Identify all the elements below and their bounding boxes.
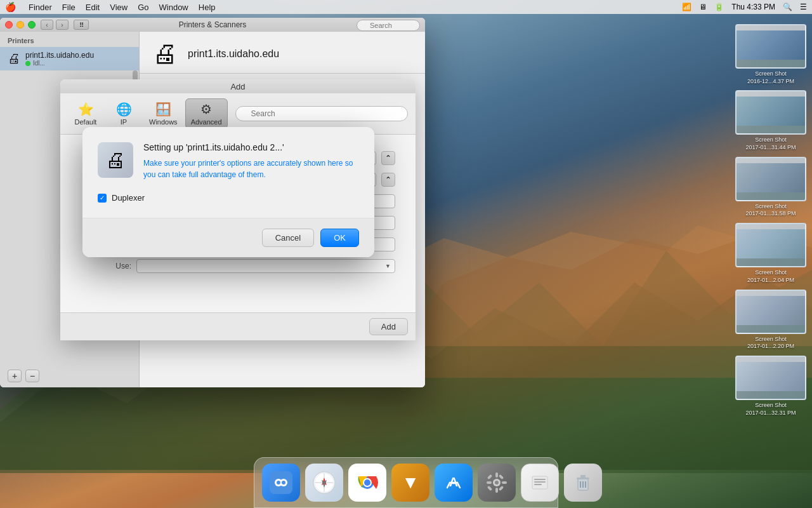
dock-chrome[interactable] [348, 464, 386, 502]
tab-advanced[interactable]: ⚙ Advanced [185, 98, 228, 129]
use-label: Use: [81, 262, 131, 271]
dock-app-store[interactable]: A [435, 464, 473, 502]
screenshot-label-2: Screen Shot2017-01...31.44 PM [745, 137, 796, 151]
screenshot-label-4: Screen Shot2017-01...2.04 PM [747, 269, 794, 284]
spotlight-icon[interactable]: 🔍 [783, 3, 792, 11]
status-dot-green [25, 61, 30, 66]
screenshot-item-3[interactable]: Screen Shot2017-01...31.58 PM [735, 157, 807, 218]
screenshot-label-5: Screen Shot2017-01...2.20 PM [747, 336, 794, 351]
svg-rect-26 [502, 481, 507, 484]
svg-rect-33 [534, 481, 546, 483]
svg-point-18 [364, 479, 370, 486]
add-printer-confirm-button[interactable]: Add [369, 318, 408, 335]
dock-file-manager[interactable] [521, 464, 559, 502]
duplexer-checkbox[interactable] [98, 194, 107, 203]
svg-rect-29 [487, 486, 492, 491]
clock: Thu 4:33 PM [731, 3, 775, 11]
printer-item[interactable]: 🖨 print1.its.uidaho.edu Idl... [0, 47, 139, 70]
add-search-input[interactable] [235, 106, 408, 121]
help-menu[interactable]: Help [199, 3, 216, 12]
dock-trash[interactable] [564, 464, 602, 502]
setup-dialog: 🖨 Setting up 'print1.its.uidaho.edu 2...… [82, 127, 374, 257]
tab-default-label: Default [75, 118, 97, 126]
remove-printer-button[interactable]: − [25, 370, 39, 382]
dock: ▼ A [254, 457, 558, 508]
advanced-icon: ⚙ [200, 102, 212, 117]
setup-desc-link[interactable]: here [327, 159, 343, 168]
display-icon: 🖥 [699, 3, 707, 11]
screenshot-item-1[interactable]: Screen Shot2016-12...4.37 PM [735, 24, 807, 85]
svg-rect-36 [577, 478, 589, 479]
setup-header: 🖨 Setting up 'print1.its.uidaho.edu 2...… [98, 142, 359, 180]
maximize-button[interactable] [28, 21, 36, 29]
setup-text: Setting up 'print1.its.uidaho.edu 2...' … [143, 142, 359, 180]
svg-rect-23 [495, 472, 498, 478]
printers-titlebar: ‹ › ⠿ Printers & Scanners [0, 18, 425, 32]
cancel-button[interactable]: Cancel [262, 229, 314, 247]
screenshot-label-3: Screen Shot2017-01...31.58 PM [745, 203, 796, 218]
svg-rect-24 [495, 488, 498, 493]
menubar-left: 🍎 Finder File Edit View Go Window Help [5, 2, 216, 12]
dock-system-prefs[interactable] [478, 464, 516, 502]
device-scroller[interactable]: ⌃ [381, 173, 395, 187]
battery-indicator: 🔋 [714, 3, 724, 11]
tab-default[interactable]: ⭐ Default [68, 99, 103, 128]
type-scroller[interactable]: ⌃ [381, 151, 395, 165]
setup-options: Duplexer [98, 190, 359, 205]
use-dropdown[interactable]: ▼ [136, 259, 395, 273]
setup-dialog-description: Make sure your printer's options are acc… [143, 157, 359, 180]
finder-menu[interactable]: Finder [29, 3, 52, 12]
file-menu[interactable]: File [62, 3, 75, 12]
printer-icon: 🖨 [8, 51, 20, 66]
svg-rect-30 [499, 474, 504, 479]
minimize-button[interactable] [16, 21, 24, 29]
window-menu[interactable]: Window [159, 3, 188, 12]
add-printer-button[interactable]: + [8, 370, 22, 382]
apple-menu[interactable]: 🍎 [5, 2, 16, 12]
printer-status: Idl... [25, 60, 131, 67]
screenshot-thumb-1 [735, 24, 806, 69]
add-search-container [235, 106, 408, 121]
setup-printer-icon: 🖨 [98, 142, 133, 178]
titlebar-nav: ‹ › ⠿ [41, 20, 89, 30]
tab-advanced-label: Advanced [191, 118, 222, 126]
close-button[interactable] [5, 21, 13, 29]
tab-windows[interactable]: 🪟 Windows [144, 99, 183, 128]
svg-rect-37 [580, 475, 586, 478]
go-menu[interactable]: Go [138, 3, 148, 12]
screenshots-column: Screen Shot2016-12...4.37 PM Screen Shot… [730, 19, 812, 422]
back-button[interactable]: ‹ [41, 20, 53, 30]
grid-button[interactable]: ⠿ [74, 20, 89, 30]
forward-button[interactable]: › [56, 20, 69, 30]
dock-safari[interactable] [305, 464, 343, 502]
screenshot-item-6[interactable]: Screen Shot2017-01...32.31 PM [735, 356, 807, 417]
screenshot-item-5[interactable]: Screen Shot2017-01...2.20 PM [735, 290, 807, 351]
screenshot-label-6: Screen Shot2017-01...32.31 PM [745, 402, 796, 417]
default-icon: ⭐ [78, 102, 94, 117]
glyphish-icon: ▼ [402, 472, 419, 493]
printer-icon-large: 🖨 [152, 39, 178, 68]
tab-ip[interactable]: 🌐 IP [106, 99, 141, 128]
screenshot-item-2[interactable]: Screen Shot2017-01...31.44 PM [735, 90, 807, 151]
tab-windows-label: Windows [149, 118, 178, 126]
dock-glyphish[interactable]: ▼ [391, 464, 429, 502]
notification-icon[interactable]: ☰ [800, 3, 807, 11]
printer-name-display: print1.its.uidaho.edu [188, 48, 279, 60]
svg-rect-32 [534, 479, 546, 480]
screenshot-item-4[interactable]: Screen Shot2017-01...2.04 PM [735, 223, 807, 284]
svg-rect-28 [499, 486, 504, 491]
duplexer-option-row: Duplexer [98, 190, 359, 205]
svg-point-7 [277, 481, 280, 485]
view-menu[interactable]: View [110, 3, 128, 12]
edit-menu[interactable]: Edit [86, 3, 100, 12]
desktop: 🍎 Finder File Edit View Go Window Help 📶… [0, 0, 812, 508]
printers-search-input[interactable] [357, 20, 420, 31]
setup-desc-part1: Make sure your printer's options are acc… [143, 159, 325, 168]
add-panel-titlebar: Add [60, 79, 416, 93]
svg-rect-34 [534, 484, 542, 485]
ok-button[interactable]: OK [320, 229, 359, 247]
ip-icon: 🌐 [116, 102, 132, 117]
windows-icon: 🪟 [155, 102, 171, 117]
setup-buttons: Cancel OK [82, 218, 374, 257]
dock-finder[interactable] [262, 464, 300, 502]
